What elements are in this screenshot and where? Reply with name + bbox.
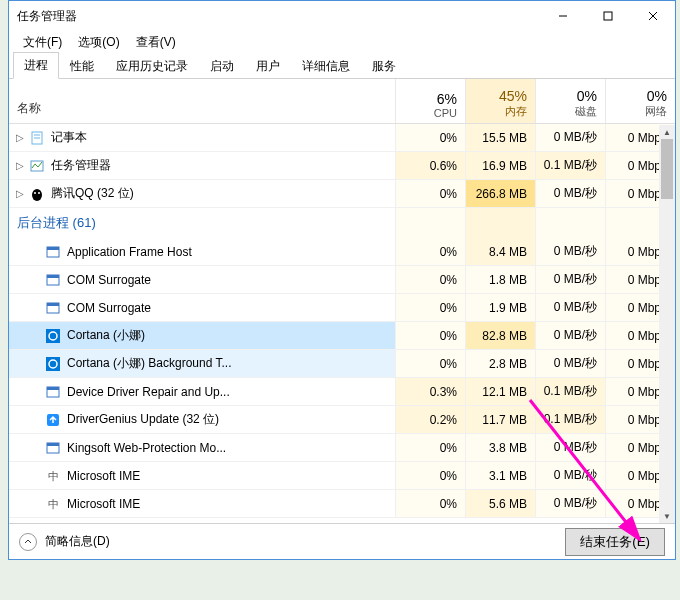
process-name: Cortana (小娜) Background T... [67, 355, 232, 372]
process-row[interactable]: ▷DriverGenius Update (32 位)0.2%11.7 MB0.… [9, 406, 675, 434]
process-icon [29, 158, 45, 174]
col-header-网络[interactable]: 0%网络 [605, 79, 675, 123]
process-row[interactable]: ▷记事本0%15.5 MB0 MB/秒0 Mbps [9, 124, 675, 152]
process-icon [29, 130, 45, 146]
maximize-button[interactable] [585, 1, 630, 31]
menu-view[interactable]: 查看(V) [130, 32, 182, 53]
process-name: 任务管理器 [51, 157, 111, 174]
cell-cpu: 0.3% [395, 378, 465, 405]
cell-disk: 0 MB/秒 [535, 238, 605, 265]
tab-4[interactable]: 用户 [245, 53, 291, 79]
process-row[interactable]: ▷Application Frame Host0%8.4 MB0 MB/秒0 M… [9, 238, 675, 266]
process-name: Kingsoft Web-Protection Mo... [67, 441, 226, 455]
cell-cpu: 0.6% [395, 152, 465, 179]
tabbar: 进程性能应用历史记录启动用户详细信息服务 [9, 53, 675, 79]
menubar: 文件(F) 选项(O) 查看(V) [9, 31, 675, 53]
tab-6[interactable]: 服务 [361, 53, 407, 79]
cell-disk: 0 MB/秒 [535, 350, 605, 377]
cell-memory: 266.8 MB [465, 180, 535, 207]
fewer-details-label[interactable]: 简略信息(D) [45, 533, 565, 550]
process-row[interactable]: ▷腾讯QQ (32 位)0%266.8 MB0 MB/秒0 Mbps [9, 180, 675, 208]
menu-options[interactable]: 选项(O) [72, 32, 125, 53]
cell-disk: 0 MB/秒 [535, 462, 605, 489]
cell-cpu: 0% [395, 490, 465, 517]
collapse-button[interactable] [19, 533, 37, 551]
col-header-磁盘[interactable]: 0%磁盘 [535, 79, 605, 123]
minimize-button[interactable] [540, 1, 585, 31]
cell-memory: 11.7 MB [465, 406, 535, 433]
expand-icon[interactable]: ▷ [13, 132, 27, 143]
col-header-name[interactable]: 名称 [9, 79, 395, 123]
process-name: DriverGenius Update (32 位) [67, 411, 219, 428]
process-row[interactable]: ▷Cortana (小娜)0%82.8 MB0 MB/秒0 Mbps [9, 322, 675, 350]
process-row[interactable]: ▷中Microsoft IME0%5.6 MB0 MB/秒0 Mbps [9, 490, 675, 518]
process-name: Application Frame Host [67, 245, 192, 259]
svg-text:中: 中 [48, 498, 59, 510]
process-row[interactable]: ▷COM Surrogate0%1.8 MB0 MB/秒0 Mbps [9, 266, 675, 294]
cell-cpu: 0% [395, 434, 465, 461]
process-icon [45, 300, 61, 316]
scrollbar-thumb[interactable] [661, 139, 673, 199]
process-row[interactable]: ▷Cortana (小娜) Background T...0%2.8 MB0 M… [9, 350, 675, 378]
col-header-内存[interactable]: 45%内存 [465, 79, 535, 123]
expand-icon[interactable]: ▷ [13, 160, 27, 171]
process-row[interactable]: ▷COM Surrogate0%1.9 MB0 MB/秒0 Mbps [9, 294, 675, 322]
tab-2[interactable]: 应用历史记录 [105, 53, 199, 79]
process-row[interactable]: ▷任务管理器0.6%16.9 MB0.1 MB/秒0 Mbps [9, 152, 675, 180]
scrollbar[interactable]: ▲ ▼ [659, 125, 675, 523]
tab-5[interactable]: 详细信息 [291, 53, 361, 79]
footer: 简略信息(D) 结束任务(E) [9, 523, 675, 559]
cell-disk: 0 MB/秒 [535, 434, 605, 461]
titlebar: 任务管理器 [9, 1, 675, 31]
process-icon [29, 186, 45, 202]
end-task-button[interactable]: 结束任务(E) [565, 528, 665, 556]
svg-point-9 [34, 192, 36, 194]
svg-rect-1 [604, 12, 612, 20]
expand-icon[interactable]: ▷ [13, 188, 27, 199]
process-row[interactable]: ▷Device Driver Repair and Up...0.3%12.1 … [9, 378, 675, 406]
svg-rect-16 [47, 303, 59, 306]
svg-rect-14 [47, 275, 59, 278]
cell-disk: 0 MB/秒 [535, 266, 605, 293]
svg-text:中: 中 [48, 470, 59, 482]
cell-cpu: 0% [395, 322, 465, 349]
col-header-CPU[interactable]: 6%CPU [395, 79, 465, 123]
tab-0[interactable]: 进程 [13, 52, 59, 79]
close-button[interactable] [630, 1, 675, 31]
process-name: 记事本 [51, 129, 87, 146]
content-area: 名称 6%CPU45%内存0%磁盘0%网络 ▷记事本0%15.5 MB0 MB/… [9, 79, 675, 523]
svg-rect-22 [47, 387, 59, 390]
window-controls [540, 1, 675, 31]
process-row[interactable]: ▷中Microsoft IME0%3.1 MB0 MB/秒0 Mbps [9, 462, 675, 490]
process-icon: 中 [45, 468, 61, 484]
process-icon: 中 [45, 496, 61, 512]
cell-memory: 82.8 MB [465, 322, 535, 349]
tab-3[interactable]: 启动 [199, 53, 245, 79]
process-name: Microsoft IME [67, 497, 140, 511]
scroll-down-icon[interactable]: ▼ [659, 509, 675, 523]
process-icon [45, 272, 61, 288]
svg-rect-12 [47, 247, 59, 250]
process-name: COM Surrogate [67, 273, 151, 287]
cell-memory: 1.8 MB [465, 266, 535, 293]
tab-1[interactable]: 性能 [59, 53, 105, 79]
process-icon [45, 412, 61, 428]
process-name: 腾讯QQ (32 位) [51, 185, 134, 202]
svg-rect-19 [46, 357, 60, 371]
window-title: 任务管理器 [17, 8, 540, 25]
menu-file[interactable]: 文件(F) [17, 32, 68, 53]
group-header-background[interactable]: 后台进程 (61) [9, 208, 675, 238]
process-icon [45, 440, 61, 456]
cell-memory: 12.1 MB [465, 378, 535, 405]
svg-rect-17 [46, 329, 60, 343]
process-list[interactable]: ▷记事本0%15.5 MB0 MB/秒0 Mbps▷任务管理器0.6%16.9 … [9, 124, 675, 523]
process-name: Cortana (小娜) [67, 327, 145, 344]
scroll-up-icon[interactable]: ▲ [659, 125, 675, 139]
cell-cpu: 0% [395, 266, 465, 293]
cell-cpu: 0% [395, 350, 465, 377]
cell-cpu: 0% [395, 238, 465, 265]
svg-point-8 [32, 189, 42, 201]
process-row[interactable]: ▷Kingsoft Web-Protection Mo...0%3.8 MB0 … [9, 434, 675, 462]
cell-disk: 0 MB/秒 [535, 124, 605, 151]
cell-disk: 0 MB/秒 [535, 490, 605, 517]
